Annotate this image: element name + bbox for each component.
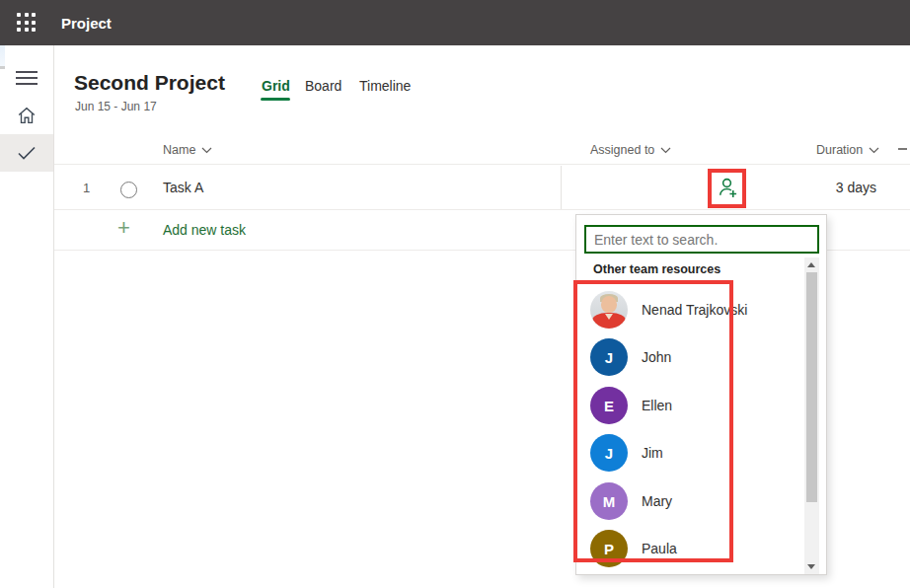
person-row-ellen[interactable]: E Ellen [576, 384, 803, 427]
app-title: Project [61, 15, 112, 32]
left-navigation [0, 45, 54, 588]
flyout-scrollbar[interactable] [804, 257, 819, 574]
app-launcher-icon[interactable] [17, 13, 37, 33]
chevron-down-icon [869, 147, 879, 154]
chevron-down-icon [201, 147, 212, 154]
avatar-initial: J [590, 338, 628, 376]
column-header-duration[interactable]: Duration [816, 143, 879, 157]
window-edge-artifact [0, 45, 5, 69]
active-tab-underline [261, 98, 290, 101]
project-date-range: Jun 15 - Jun 17 [75, 100, 157, 113]
task-name-cell[interactable]: Task A [163, 180, 203, 195]
scrollbar-thumb[interactable] [806, 272, 817, 502]
assign-resource-button[interactable] [715, 176, 739, 204]
resource-group-label: Other team resources [593, 262, 720, 276]
tab-timeline[interactable]: Timeline [359, 78, 411, 94]
grid-line [54, 164, 910, 165]
add-new-task-button[interactable]: Add new task [163, 222, 246, 238]
avatar-initial: P [590, 530, 628, 567]
tab-grid[interactable]: Grid [262, 78, 290, 94]
chevron-down-icon [660, 147, 671, 154]
column-header-assigned-to[interactable]: Assigned to [590, 143, 671, 157]
next-column-fragment [898, 148, 907, 150]
page-title: Second Project [74, 71, 225, 95]
person-row-jim[interactable]: J Jim [576, 431, 803, 475]
grid-line [54, 209, 910, 210]
avatar-initial: E [590, 387, 628, 424]
sidebar-item-home[interactable] [0, 97, 53, 134]
person-row-mary[interactable]: M Mary [576, 479, 803, 523]
person-row-paula[interactable]: P Paula [576, 527, 803, 570]
duration-cell[interactable]: 3 days [836, 180, 876, 195]
avatar-initial: M [590, 482, 628, 520]
person-add-icon [715, 176, 739, 200]
nav-menu-button[interactable] [0, 59, 53, 97]
assign-resource-flyout: Other team resources Nenad Trajkovski J … [575, 214, 827, 575]
scroll-down-icon[interactable] [807, 564, 815, 569]
scroll-up-icon[interactable] [807, 262, 815, 267]
checkmark-icon [17, 145, 37, 161]
task-complete-circle[interactable] [120, 182, 137, 198]
sidebar-item-tasks[interactable] [0, 134, 53, 172]
resource-search-input[interactable] [584, 225, 819, 254]
task-row-number: 1 [83, 181, 90, 195]
hamburger-icon [16, 67, 38, 89]
person-row-john[interactable]: J John [576, 335, 803, 379]
home-icon [16, 105, 38, 126]
person-row-nenad[interactable]: Nenad Trajkovski [576, 288, 803, 331]
app-top-bar: Project [0, 0, 910, 45]
avatar-photo [590, 291, 628, 329]
plus-icon[interactable]: + [117, 217, 130, 239]
column-header-name[interactable]: Name [163, 143, 212, 157]
avatar-initial: J [590, 434, 628, 472]
assigned-cell-border [561, 166, 562, 209]
tab-board[interactable]: Board [305, 78, 341, 94]
